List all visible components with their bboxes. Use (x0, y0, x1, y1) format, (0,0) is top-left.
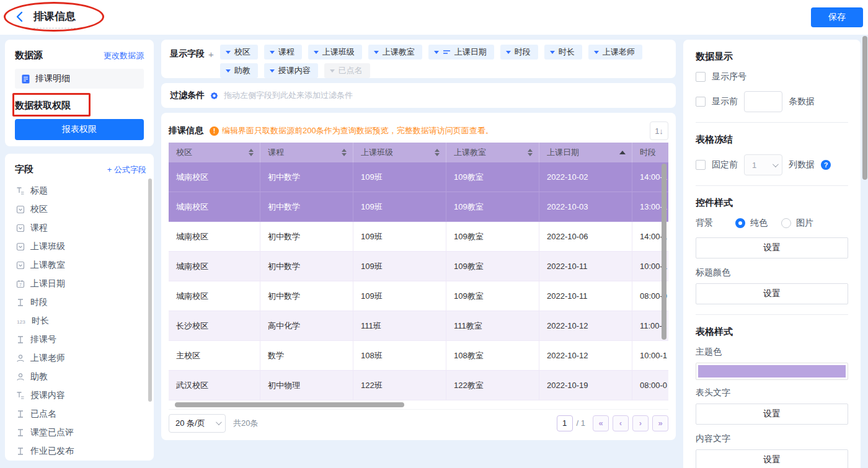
field-item[interactable]: 时段 (15, 293, 146, 312)
table-notice: ! 编辑界面只取数据源前200条作为查询数据预览，完整数据请访问页面查看。 (210, 125, 644, 136)
field-item[interactable]: 上课教室 (15, 256, 146, 275)
total-count-label: 共20条 (233, 418, 258, 429)
table-cell: 109教室 (446, 162, 539, 192)
table-cell: 2022-10-12 (539, 311, 632, 341)
gear-icon[interactable] (210, 91, 219, 100)
page-size-select[interactable]: 20 条/页 (169, 414, 226, 433)
background-set-button[interactable]: 设置 (696, 237, 848, 258)
next-page-button[interactable]: › (632, 415, 649, 431)
field-item[interactable]: 课程 (15, 219, 146, 237)
field-item[interactable]: 标题 (15, 182, 146, 200)
title-color-label: 标题颜色 (696, 267, 848, 278)
field-item[interactable]: 作业已发布 (15, 442, 146, 461)
display-field-chip[interactable]: 时长 (544, 45, 582, 60)
display-field-chip[interactable]: 上课教室 (368, 45, 422, 60)
table-row[interactable]: 城南校区初中数学109班109教室2022-10-0313:00-1 (169, 192, 668, 222)
show-index-checkbox[interactable] (696, 72, 706, 82)
show-first-checkbox[interactable] (696, 97, 706, 107)
table-cell: 2022-10-19 (539, 371, 632, 400)
add-display-field-button[interactable]: + (208, 49, 214, 60)
widget-style-title: 控件样式 (696, 197, 848, 209)
row-order-icon[interactable]: 1↓ (650, 121, 668, 140)
table-cell: 109教室 (446, 252, 539, 281)
display-field-chip[interactable]: 上课老师 (588, 45, 642, 60)
person-icon (16, 373, 25, 381)
field-item[interactable]: 校区 (15, 200, 146, 219)
last-page-button[interactable]: » (652, 415, 668, 431)
table-title: 排课信息 (169, 125, 203, 136)
datasource-item[interactable]: 排课明细 (15, 69, 144, 89)
table-row[interactable]: 长沙校区高中化学111班111教室2022-10-1211:00-1 (169, 311, 668, 341)
table-row[interactable]: 城南校区初中数学109班109教室2022-10-1108:00-0 (169, 281, 668, 311)
content-text-set-button[interactable]: 设置 (696, 449, 848, 468)
table-vertical-scrollbar[interactable] (662, 164, 666, 340)
table-row[interactable]: 主校区数学108班108教室2022-10-1210:00-1 (169, 341, 668, 371)
prev-page-button[interactable]: ‹ (613, 415, 629, 431)
page-number-input[interactable]: 1 (557, 415, 573, 431)
field-item[interactable]: 上课老师 (15, 349, 146, 368)
table-horizontal-scrollbar[interactable] (175, 402, 404, 407)
display-field-chip[interactable]: 上课日期 (428, 45, 494, 60)
table-style-title: 表格样式 (696, 326, 848, 338)
display-field-chip[interactable]: 时段 (500, 45, 538, 60)
chip-label: 上课教室 (383, 46, 415, 58)
table-header-row: 校区课程上课班级上课教室上课日期时段 (169, 143, 668, 162)
table-row[interactable]: 城南校区初中数学109班109教室2022-10-1110:00-1 (169, 252, 668, 281)
chevron-down-icon (506, 51, 511, 54)
display-field-chip[interactable]: 校区 (220, 45, 258, 60)
field-item[interactable]: 已点名 (15, 405, 146, 423)
back-icon[interactable] (14, 11, 26, 23)
chevron-down-icon (374, 51, 379, 54)
table-row[interactable]: 武汉校区初中物理122班122教室2022-10-1908:00-0 (169, 371, 668, 400)
freeze-count-select[interactable]: 1 (744, 154, 782, 175)
field-item[interactable]: 课堂已点评 (15, 423, 146, 442)
field-item[interactable]: 123时长 (15, 312, 146, 330)
field-item[interactable]: 上课班级 (15, 237, 146, 256)
title-color-set-button[interactable]: 设置 (696, 283, 848, 304)
header-text-set-button[interactable]: 设置 (696, 404, 848, 425)
display-field-chip[interactable]: 已点名 (324, 63, 370, 78)
settings-panel: 数据显示 显示序号 显示前 条数据 表格冻结 固定前 1 列数据 ? 控件样式 … (683, 40, 861, 468)
field-item[interactable]: 授课内容 (15, 386, 146, 405)
display-field-chip[interactable]: 上课班级 (308, 45, 362, 60)
table-cell: 109班 (353, 192, 446, 222)
select-icon (16, 205, 25, 214)
display-field-chip[interactable]: 课程 (264, 45, 302, 60)
column-header[interactable]: 上课班级 (353, 143, 446, 162)
table-cell: 2022-10-11 (539, 252, 632, 281)
window-scrollbar[interactable] (862, 36, 867, 180)
chevron-down-icon (314, 51, 319, 54)
table-cell: 2022-10-06 (539, 222, 632, 252)
table-cell: 109班 (353, 222, 446, 252)
table-row[interactable]: 城南校区初中数学109班109教室2022-10-0614:00-1 (169, 222, 668, 252)
help-icon[interactable]: ? (821, 160, 831, 170)
first-page-button[interactable]: « (593, 415, 609, 431)
table-cell: 城南校区 (169, 162, 260, 192)
column-header[interactable]: 上课教室 (446, 143, 539, 162)
field-item[interactable]: 排课号 (15, 330, 146, 349)
solid-color-radio[interactable] (735, 218, 745, 228)
freeze-checkbox[interactable] (696, 160, 706, 170)
column-header[interactable]: 校区 (169, 143, 260, 162)
add-formula-field-link[interactable]: + 公式字段 (107, 164, 146, 175)
sort-carets-icon (435, 149, 440, 156)
report-permission-button[interactable]: 报表权限 (15, 119, 144, 140)
divider (696, 314, 848, 315)
field-item[interactable]: 助教 (15, 368, 146, 386)
column-header[interactable]: 时段 (632, 143, 668, 162)
change-datasource-link[interactable]: 更改数据源 (104, 50, 144, 61)
column-header[interactable]: 课程 (260, 143, 353, 162)
column-header[interactable]: 上课日期 (539, 143, 632, 162)
table-row[interactable]: 城南校区初中数学109班109教室2022-10-0214:00-1 (169, 162, 668, 192)
display-field-chip[interactable]: 助教 (220, 63, 258, 78)
fields-scrollbar[interactable] (148, 179, 152, 402)
text-icon (16, 428, 25, 437)
theme-color-picker[interactable] (696, 363, 848, 380)
show-first-label: 显示前 (712, 96, 738, 107)
field-item[interactable]: 7上课日期 (15, 275, 146, 293)
row-limit-input[interactable] (744, 91, 782, 112)
column-header-label: 校区 (176, 147, 192, 158)
save-button[interactable]: 保存 (811, 7, 863, 27)
image-radio[interactable] (781, 218, 791, 228)
display-field-chip[interactable]: 授课内容 (264, 63, 318, 78)
